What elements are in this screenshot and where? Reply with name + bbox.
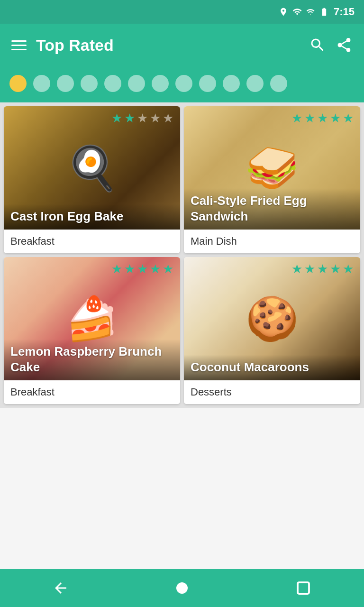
card-image-wrap: 🥪 ★★★★★ Cali-Style Fried Egg Sandwich bbox=[184, 106, 360, 230]
dot-indicators bbox=[0, 66, 364, 102]
dot-indicator-7[interactable] bbox=[175, 75, 192, 92]
menu-icon bbox=[11, 40, 27, 50]
menu-button[interactable] bbox=[11, 40, 27, 50]
dot-indicator-3[interactable] bbox=[81, 75, 98, 92]
card-title: Lemon Raspberry Brunch Cake bbox=[10, 344, 173, 375]
card-title-overlay: Cast Iron Egg Bake bbox=[4, 204, 180, 230]
star-empty-3: ★ bbox=[150, 112, 161, 124]
card-category: Breakfast bbox=[4, 230, 180, 253]
card-category: Desserts bbox=[184, 380, 360, 404]
dot-indicator-2[interactable] bbox=[57, 75, 74, 92]
star-filled-1: ★ bbox=[304, 263, 315, 275]
star-filled-0: ★ bbox=[111, 263, 122, 275]
location-icon bbox=[279, 7, 288, 17]
star-rating: ★★★★★ bbox=[111, 112, 173, 124]
card-title-overlay: Coconut Macaroons bbox=[184, 355, 360, 381]
star-rating: ★★★★★ bbox=[291, 263, 354, 275]
recipe-card-2[interactable]: 🥪 ★★★★★ Cali-Style Fried Egg Sandwich Ma… bbox=[184, 106, 360, 253]
home-button[interactable] bbox=[173, 579, 191, 597]
card-image-wrap: 🍪 ★★★★★ Coconut Macaroons bbox=[184, 257, 360, 380]
star-filled-0: ★ bbox=[291, 263, 302, 275]
star-filled-3: ★ bbox=[330, 112, 341, 124]
star-filled-1: ★ bbox=[124, 263, 135, 275]
star-filled-3: ★ bbox=[330, 263, 341, 275]
app-bar-right bbox=[309, 37, 353, 54]
card-title: Cali-Style Fried Egg Sandwich bbox=[191, 193, 354, 224]
svg-rect-1 bbox=[298, 582, 309, 594]
search-button[interactable] bbox=[309, 37, 326, 54]
app-bar-left: Top Rated bbox=[11, 36, 114, 55]
star-rating: ★★★★★ bbox=[111, 263, 173, 275]
card-image-wrap: 🍳 ★★★★★ Cast Iron Egg Bake bbox=[4, 106, 180, 230]
dot-indicator-0[interactable] bbox=[9, 75, 27, 92]
share-icon bbox=[336, 37, 353, 54]
star-filled-2: ★ bbox=[137, 263, 148, 275]
search-icon bbox=[309, 37, 326, 54]
signal-icon bbox=[306, 7, 315, 17]
star-filled-0: ★ bbox=[111, 112, 122, 124]
share-button[interactable] bbox=[336, 37, 353, 54]
page-title: Top Rated bbox=[36, 36, 114, 55]
recipe-card-3[interactable]: 🍰 ★★★★★ Lemon Raspberry Brunch Cake Brea… bbox=[4, 257, 180, 404]
recent-icon bbox=[295, 579, 312, 597]
recipe-grid: 🍳 ★★★★★ Cast Iron Egg Bake Breakfast 🥪 ★… bbox=[0, 102, 364, 408]
star-empty-2: ★ bbox=[137, 112, 148, 124]
card-title-overlay: Lemon Raspberry Brunch Cake bbox=[4, 339, 180, 380]
recipe-card-4[interactable]: 🍪 ★★★★★ Coconut Macaroons Desserts bbox=[184, 257, 360, 404]
bottom-navigation bbox=[0, 569, 364, 607]
star-filled-0: ★ bbox=[291, 112, 302, 124]
dot-indicator-4[interactable] bbox=[104, 75, 121, 92]
dot-indicator-9[interactable] bbox=[223, 75, 240, 92]
card-title: Coconut Macaroons bbox=[191, 359, 354, 375]
card-category: Main Dish bbox=[184, 230, 360, 253]
dot-indicator-11[interactable] bbox=[270, 75, 287, 92]
wifi-icon bbox=[292, 7, 302, 17]
star-rating: ★★★★★ bbox=[291, 112, 354, 124]
home-icon bbox=[173, 579, 191, 597]
svg-point-0 bbox=[176, 582, 188, 594]
star-half-4: ★ bbox=[343, 112, 354, 124]
recent-button[interactable] bbox=[295, 579, 312, 597]
battery-icon bbox=[318, 7, 330, 17]
star-filled-3: ★ bbox=[150, 263, 161, 275]
star-filled-2: ★ bbox=[317, 263, 328, 275]
dot-indicator-6[interactable] bbox=[152, 75, 169, 92]
dot-indicator-5[interactable] bbox=[128, 75, 145, 92]
star-filled-4: ★ bbox=[163, 263, 173, 275]
star-filled-2: ★ bbox=[317, 112, 328, 124]
back-button[interactable] bbox=[52, 579, 69, 597]
status-time: 7:15 bbox=[334, 6, 355, 18]
star-empty-4: ★ bbox=[163, 112, 173, 124]
card-title: Cast Iron Egg Bake bbox=[10, 209, 173, 224]
star-filled-1: ★ bbox=[304, 112, 315, 124]
dot-indicator-10[interactable] bbox=[246, 75, 264, 92]
app-bar: Top Rated bbox=[0, 24, 364, 66]
card-image-wrap: 🍰 ★★★★★ Lemon Raspberry Brunch Cake bbox=[4, 257, 180, 380]
card-category: Breakfast bbox=[4, 380, 180, 404]
star-filled-1: ★ bbox=[124, 112, 135, 124]
recipe-card-1[interactable]: 🍳 ★★★★★ Cast Iron Egg Bake Breakfast bbox=[4, 106, 180, 253]
status-bar: 7:15 bbox=[0, 0, 364, 24]
star-half-4: ★ bbox=[343, 263, 354, 275]
dot-indicator-8[interactable] bbox=[199, 75, 216, 92]
status-icons: 7:15 bbox=[279, 6, 355, 18]
back-icon bbox=[52, 579, 69, 597]
dot-indicator-1[interactable] bbox=[33, 75, 50, 92]
card-title-overlay: Cali-Style Fried Egg Sandwich bbox=[184, 188, 360, 230]
